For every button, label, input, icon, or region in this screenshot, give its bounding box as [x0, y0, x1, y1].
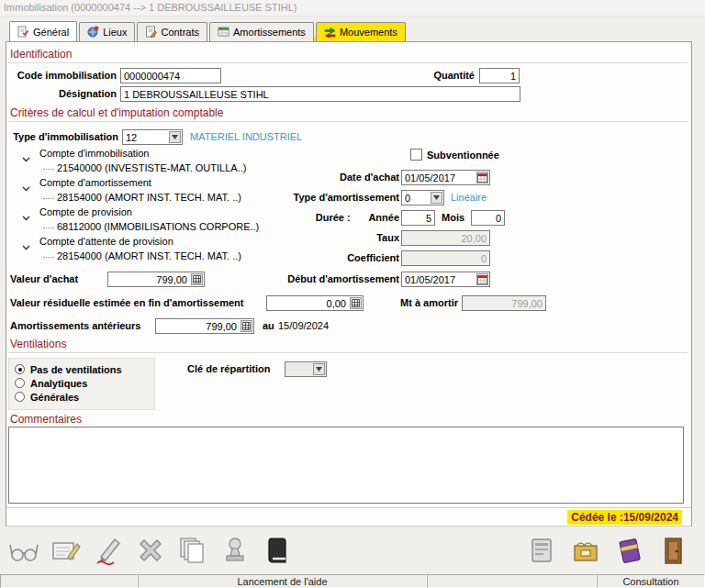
type-amortissement-label: Type d'amortissement — [216, 192, 399, 203]
date-achat-label: Date d'achat — [216, 172, 399, 183]
collapse-chevron-icon[interactable] — [21, 151, 31, 160]
taux-label: Taux — [216, 232, 399, 243]
tab-amortissements-label: Amortissements — [233, 27, 306, 38]
tab-page-general: Identification Code immobilisation Quant… — [6, 41, 692, 527]
tree-line — [43, 227, 54, 228]
copy-stack-icon[interactable] — [174, 530, 211, 571]
cedee-highlight: Cédée le :15/09/2024 — [567, 510, 682, 525]
valeur-residuelle-label: Valeur résiduelle estimée en fin d'amort… — [10, 297, 244, 308]
designation-input[interactable] — [120, 86, 520, 102]
code-immobilisation-input[interactable] — [120, 68, 221, 83]
radio-icon[interactable] — [15, 378, 25, 388]
tree-line — [43, 169, 54, 170]
card-file-icon[interactable] — [567, 530, 604, 571]
edit-book-icon[interactable] — [48, 530, 84, 571]
tab-lieux-label: Lieux — [103, 27, 127, 38]
compte-amortissement-label: Compte d'amortissement — [39, 177, 151, 188]
status-mode: Consultation — [597, 574, 705, 588]
commentaires-textarea[interactable] — [8, 427, 684, 504]
window-title: Immobilisation (0000000474 --> 1 DEBROUS… — [4, 2, 297, 13]
type-amortissement-name: Linéaire — [451, 192, 487, 203]
calendar-icon[interactable] — [476, 273, 488, 285]
general-tab-icon — [17, 26, 29, 39]
amortissements-anterieurs-input[interactable] — [155, 318, 254, 334]
compte-provision-label: Compte de provision — [39, 206, 132, 217]
black-book-icon[interactable] — [259, 530, 296, 571]
radio-label: Générales — [30, 392, 79, 403]
radio-label: Pas de ventilations — [30, 364, 122, 375]
lieux-tab-icon — [87, 26, 99, 39]
radio-icon[interactable] — [15, 392, 25, 402]
type-amortissement-value: 0 — [405, 193, 429, 204]
tab-strip: Général Lieux Contrats Amortissements Mo… — [9, 20, 408, 41]
calculator-icon[interactable] — [241, 320, 252, 332]
type-immobilisation-label: Type d'immobilisation — [8, 131, 118, 142]
radio-icon[interactable] — [15, 364, 25, 374]
status-message: Lancement de l'aide — [138, 574, 427, 588]
radio-label: Analytiques — [30, 378, 87, 389]
tab-contrats-label: Contrats — [161, 27, 199, 38]
compte-attente-provision-label: Compte d'attente de provision — [39, 236, 173, 247]
cedee-row: Cédée le :15/09/2024 — [6, 507, 691, 527]
compte-immobilisation-label: Compte d'immobilisation — [39, 148, 149, 159]
bottom-toolbar — [0, 528, 705, 572]
mois-input[interactable] — [471, 210, 505, 226]
exit-door-icon[interactable] — [655, 530, 692, 571]
mois-label: Mois — [442, 212, 464, 223]
radio-generales[interactable]: Générales — [15, 391, 79, 403]
preview-glasses-icon[interactable] — [6, 530, 42, 571]
annee-input[interactable] — [401, 210, 435, 226]
mouvements-tab-icon — [324, 26, 336, 39]
delete-x-icon[interactable] — [132, 530, 169, 571]
mt-a-amortir-input — [462, 295, 546, 311]
duree-annee-label: Durée : Année — [216, 212, 399, 223]
tab-mouvements[interactable]: Mouvements — [316, 22, 406, 41]
ventilations-group: Pas de ventilations Analytiques Générale… — [8, 358, 155, 410]
tab-general[interactable]: Général — [9, 21, 77, 42]
collapse-chevron-icon[interactable] — [21, 181, 31, 189]
au-date: 15/09/2024 — [278, 320, 329, 331]
status-bar: Lancement de l'aide Consultation — [0, 574, 705, 588]
cle-repartition-label: Clé de répartition — [187, 363, 270, 374]
calendar-icon[interactable] — [476, 172, 488, 183]
amortissements-anterieurs-label: Amortissements antérieurs — [10, 320, 140, 331]
debut-amortissement-label: Début d'amortissement — [216, 273, 399, 284]
taux-input — [401, 230, 490, 246]
amortissements-anterieurs-field — [155, 318, 254, 334]
commentaires-section-title: Commentaires — [10, 413, 82, 426]
subventionnee-label: Subventionnée — [427, 150, 499, 161]
sign-pen-icon[interactable] — [90, 530, 127, 571]
subventionnee-checkbox[interactable] — [410, 149, 422, 161]
chevron-down-icon[interactable] — [431, 192, 442, 204]
tab-contrats[interactable]: Contrats — [137, 22, 207, 41]
stamp-icon[interactable] — [217, 530, 253, 571]
chevron-down-icon[interactable] — [169, 131, 181, 143]
status-panel-empty — [0, 574, 138, 588]
tab-amortissements[interactable]: Amortissements — [209, 22, 314, 41]
quantite-input[interactable] — [479, 68, 520, 83]
au-label: au — [263, 320, 274, 331]
mt-a-amortir-label: Mt à amortir — [337, 297, 458, 308]
criteres-section-title: Critères de calcul et d'imputation compt… — [10, 106, 223, 119]
chevron-down-icon[interactable] — [313, 363, 325, 375]
type-amortissement-combo[interactable]: 0 — [401, 190, 444, 205]
toolbar-right-group — [523, 528, 692, 572]
tab-lieux[interactable]: Lieux — [79, 22, 135, 41]
collapse-chevron-icon[interactable] — [21, 239, 31, 248]
collapse-chevron-icon[interactable] — [21, 210, 31, 218]
debut-amortissement-field — [401, 272, 490, 287]
contrats-tab-icon — [145, 26, 157, 39]
duree-label: Durée : — [316, 212, 351, 223]
status-panel-empty — [427, 574, 597, 588]
calculator-icon[interactable] — [191, 273, 203, 285]
radio-analytiques[interactable]: Analytiques — [15, 377, 87, 389]
computer-icon[interactable] — [523, 530, 560, 571]
type-immobilisation-name: MATERIEL INDUSTRIEL — [190, 131, 302, 142]
identification-section-title: Identification — [10, 48, 72, 61]
amortissements-tab-icon — [218, 26, 229, 39]
cle-repartition-combo[interactable] — [285, 361, 327, 377]
type-immobilisation-combo[interactable]: 12 — [122, 129, 183, 145]
coefficient-input — [401, 250, 490, 266]
radio-pas-de-ventilations[interactable]: Pas de ventilations — [15, 363, 122, 375]
purple-book-icon[interactable] — [611, 530, 648, 571]
